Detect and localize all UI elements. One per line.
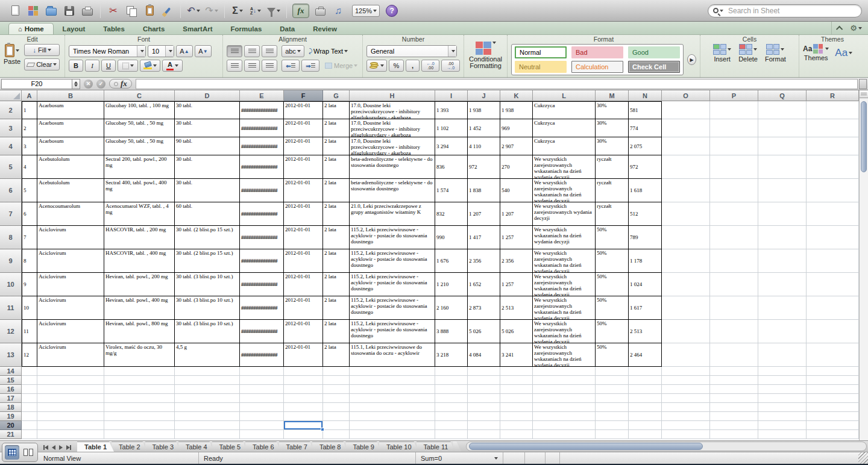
cell-F17[interactable] [284,394,323,403]
cell-C15[interactable] [104,376,175,385]
cell-C5[interactable]: Sectral 200, tabl. powl., 200 mg [104,155,175,179]
cell-P20[interactable] [710,421,758,430]
cell-N17[interactable] [629,394,662,403]
row-header-17[interactable]: 17 [0,394,22,403]
cell-O12[interactable] [662,320,710,343]
cell-B5[interactable]: Acebutololum [37,155,104,179]
cell-E8[interactable]: ############### [240,226,284,249]
cell-C16[interactable] [104,385,175,394]
cell-style-bad[interactable]: Bad [571,46,623,58]
cell-J12[interactable]: 5 026 [468,320,500,343]
cell-J10[interactable]: 1 652 [468,273,500,296]
cell-G9[interactable]: 2 lata [323,249,350,273]
cell-N18[interactable] [629,403,662,412]
cell-R13[interactable] [807,343,859,367]
cell-O21[interactable] [662,430,710,439]
sheet-tab-table-2[interactable]: Table 2 [112,442,147,452]
cell-F9[interactable]: 2012-01-01 [284,249,323,273]
column-header-G[interactable]: G [323,90,350,101]
cell-K7[interactable]: 1 207 [500,202,533,226]
cell-I2[interactable]: 1 393 [435,101,468,119]
font-size-select[interactable]: 10 [148,45,174,57]
zoom-control[interactable]: 125% [352,5,380,17]
row-header-16[interactable]: 16 [0,385,22,394]
row-header-21[interactable]: 21 [0,430,22,439]
next-sheet-button[interactable] [59,445,63,450]
cell-M6[interactable]: ryczałt [596,179,629,202]
cell-L16[interactable] [533,385,596,394]
cell-F13[interactable]: 2012-01-01 [284,343,323,367]
cell-I20[interactable] [435,421,468,430]
cell-P10[interactable] [710,273,758,296]
cell-R16[interactable] [807,385,859,394]
cell-F7[interactable]: 2012-01-01 [284,202,323,226]
cell-C18[interactable] [104,403,175,412]
delete-cells-button[interactable]: Delete [738,44,758,63]
sheet-tab-table-8[interactable]: Table 8 [312,442,348,452]
cell-A20[interactable] [22,421,37,430]
cell-F2[interactable]: 2012-01-01 [284,101,323,119]
cell-G12[interactable]: 2 lata [323,320,350,343]
cell-N13[interactable]: 2 464 [629,343,662,367]
cell-H20[interactable] [350,421,435,430]
cell-B3[interactable]: Acarbosum [37,119,104,137]
cell-C6[interactable]: Sectral 400, tabl. powl., 400 mg [104,179,175,202]
cell-D8[interactable]: 30 tabl. (2 blist.po 15 szt.) [175,226,240,249]
name-box[interactable]: F20 [1,79,72,89]
cell-I13[interactable]: 3 218 [435,343,468,367]
cell-Q16[interactable] [758,385,807,394]
cell-E14[interactable] [240,367,284,376]
cell-E20[interactable] [240,421,284,430]
vertical-scroll-thumb[interactable] [861,101,867,172]
cell-K9[interactable]: 2 356 [500,249,533,273]
column-header-H[interactable]: H [350,90,435,101]
cell-L13[interactable]: We wszystkich zarejestrowanych wskazania… [533,343,596,367]
row-header-10[interactable]: 10 [0,273,22,296]
cell-D18[interactable] [175,403,240,412]
cell-B8[interactable]: Aciclovirum [37,226,104,249]
horizontal-scrollbar[interactable] [466,442,867,451]
cell-I11[interactable]: 2 160 [435,296,468,320]
cell-G6[interactable]: 2 lata [323,179,350,202]
cell-E2[interactable]: ############### [240,101,284,119]
cell-Q11[interactable] [758,296,807,320]
cell-A6[interactable]: 5 [22,179,37,202]
cell-F6[interactable]: 2012-01-01 [284,179,323,202]
media-browser-button[interactable]: ♫ [329,2,347,19]
cell-L2[interactable]: Cukrzyca [533,101,596,119]
cell-K12[interactable]: 5 026 [500,320,533,343]
cell-style-neutral[interactable]: Neutral [515,61,567,73]
cell-K8[interactable]: 1 257 [500,226,533,249]
cell-A7[interactable]: 6 [22,202,37,226]
cell-F3[interactable]: 2012-01-01 [284,119,323,137]
cell-J2[interactable]: 1 938 [468,101,500,119]
cell-C9[interactable]: HASCOVIR, tabl. , 400 mg [104,249,175,273]
cell-P17[interactable] [710,394,758,403]
page-layout-view-button[interactable] [21,445,36,460]
name-box-stepper[interactable] [72,79,80,89]
currency-button[interactable] [366,60,387,72]
insert-function-button[interactable]: fx [109,79,132,89]
cell-J15[interactable] [468,376,500,385]
cell-R9[interactable] [807,249,859,273]
cell-P18[interactable] [710,403,758,412]
cell-B11[interactable]: Aciclovirum [37,296,104,320]
cell-A18[interactable] [22,403,37,412]
cell-K4[interactable]: 2 907 [500,137,533,155]
cell-B4[interactable]: Acarbosum [37,137,104,155]
cell-N16[interactable] [629,385,662,394]
cell-B6[interactable]: Acebutololum [37,179,104,202]
cell-A2[interactable]: 1 [22,101,37,119]
sum-indicator[interactable]: Sum=0 [416,452,503,464]
cell-H19[interactable] [350,412,435,421]
cell-L20[interactable] [533,421,596,430]
merge-button[interactable]: Merge [325,62,357,69]
cell-R2[interactable] [807,101,859,119]
cell-C12[interactable]: Heviran, tabl. powl., 800 mg [104,320,175,343]
cell-Q9[interactable] [758,249,807,273]
cell-O4[interactable] [662,137,710,155]
align-bottom-button[interactable] [262,45,277,57]
sheet-tab-table-3[interactable]: Table 3 [145,442,181,452]
cell-A16[interactable] [22,385,37,394]
cell-Q17[interactable] [758,394,807,403]
